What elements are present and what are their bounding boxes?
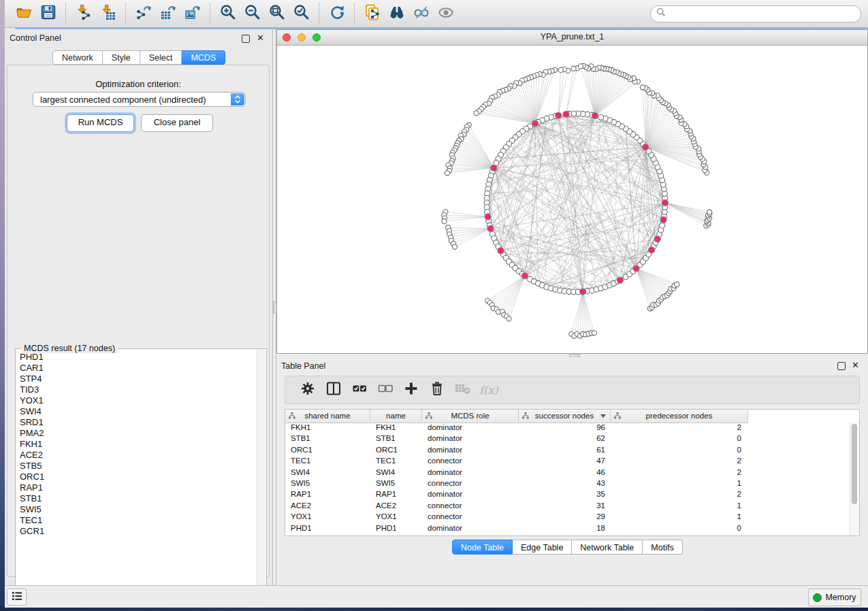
close-icon[interactable]: ✕ xyxy=(852,362,859,369)
open-folder-button[interactable] xyxy=(12,3,36,24)
graph-hub-node[interactable] xyxy=(649,247,655,253)
tab-network-table[interactable]: Network Table xyxy=(572,540,643,555)
zoom-selected-button[interactable] xyxy=(289,3,314,24)
tab-edge-table[interactable]: Edge Table xyxy=(513,540,572,555)
table-row[interactable]: RAP1RAP1dominator352 xyxy=(285,489,851,500)
table-row[interactable]: FKH1FKH1dominator962 xyxy=(285,423,851,433)
graph-hub-node[interactable] xyxy=(633,265,639,271)
graph-hub-node[interactable] xyxy=(592,112,598,118)
column-chooser-button[interactable] xyxy=(321,380,347,400)
graph-hub-node[interactable] xyxy=(556,112,562,118)
graph-node[interactable] xyxy=(598,114,604,120)
graph-node[interactable] xyxy=(474,111,479,116)
hide-selected-button[interactable] xyxy=(409,3,434,24)
table-row[interactable]: YOX1YOX1connector291 xyxy=(285,512,851,523)
import-network-button[interactable] xyxy=(71,3,96,24)
tab-motifs[interactable]: Motifs xyxy=(643,540,682,555)
result-scrollbar[interactable] xyxy=(257,350,266,600)
column-header-shared-name[interactable]: shared name xyxy=(285,410,370,422)
table-row[interactable]: ACE2ACE2connector311 xyxy=(285,501,851,512)
export-table-button[interactable] xyxy=(156,3,180,24)
graph-hub-node[interactable] xyxy=(662,199,668,205)
tab-style[interactable]: Style xyxy=(103,50,140,65)
graph-hub-node[interactable] xyxy=(532,120,539,127)
first-neighbors-button[interactable] xyxy=(385,3,409,24)
graph-node[interactable] xyxy=(445,171,449,176)
tab-node-table[interactable]: Node Table xyxy=(452,540,513,555)
graph-node[interactable] xyxy=(571,66,576,71)
show-panels-button[interactable] xyxy=(7,589,27,606)
float-window-icon[interactable] xyxy=(242,35,250,43)
list-item[interactable]: SRD1 xyxy=(16,417,256,428)
network-window-titlebar[interactable]: YPA_prune.txt_1 xyxy=(277,30,867,46)
column-header-successor-nodes[interactable]: successor nodes xyxy=(519,410,611,422)
table-row[interactable]: SWI4SWI4dominator462 xyxy=(285,467,851,478)
delete-column-button[interactable] xyxy=(424,380,450,400)
tab-select[interactable]: Select xyxy=(140,50,182,65)
zoom-in-button[interactable] xyxy=(216,3,240,24)
list-item[interactable]: RAP1 xyxy=(16,482,256,493)
graph-hub-node[interactable] xyxy=(660,216,666,222)
graph-hub-node[interactable] xyxy=(491,165,497,171)
memory-button[interactable]: Memory xyxy=(808,589,861,606)
scrollbar-thumb[interactable] xyxy=(852,424,857,504)
list-item[interactable]: STB5 xyxy=(16,461,256,472)
export-network-button[interactable] xyxy=(131,3,156,24)
list-item[interactable]: ACE2 xyxy=(16,450,256,461)
graph-node[interactable] xyxy=(507,316,511,321)
table-row[interactable]: ORC1ORC1dominator610 xyxy=(285,445,851,456)
graph-node[interactable] xyxy=(640,85,645,90)
list-item[interactable]: TEC1 xyxy=(16,515,256,526)
search-box[interactable] xyxy=(650,5,861,22)
graph-node[interactable] xyxy=(558,67,563,72)
graph-hub-node[interactable] xyxy=(580,288,586,295)
close-icon[interactable]: ✕ xyxy=(257,35,264,42)
tab-mcds[interactable]: MCDS xyxy=(182,50,225,65)
list-item[interactable]: GCR1 xyxy=(16,526,256,537)
graph-node[interactable] xyxy=(660,222,665,228)
table-row[interactable]: PHD1PHD1dominator180 xyxy=(285,523,851,534)
column-header-MCDS-role[interactable]: MCDS role xyxy=(422,410,519,422)
criterion-dropdown[interactable]: largest connected component (undirected) xyxy=(33,92,246,107)
search-input[interactable] xyxy=(666,8,855,19)
table-scrollbar[interactable] xyxy=(850,423,859,535)
new-network-from-selection-button[interactable] xyxy=(360,3,385,24)
graph-hub-node[interactable] xyxy=(563,111,569,117)
list-item[interactable]: CAR1 xyxy=(16,363,256,374)
graph-hub-node[interactable] xyxy=(521,273,528,279)
graph-node[interactable] xyxy=(592,331,596,335)
graph-hub-node[interactable] xyxy=(498,248,504,254)
list-item[interactable]: STP4 xyxy=(16,374,256,384)
table-row[interactable]: SWI5SWI5connector431 xyxy=(285,478,851,489)
list-item[interactable]: YOX1 xyxy=(16,395,256,406)
graph-node[interactable] xyxy=(452,244,457,249)
tab-network[interactable]: Network xyxy=(52,50,103,65)
graph-hub-node[interactable] xyxy=(485,214,491,220)
show-all-button[interactable] xyxy=(434,3,458,24)
settings-gear-button[interactable] xyxy=(295,380,321,400)
column-header-name[interactable]: name xyxy=(370,410,422,422)
list-item[interactable]: PHD1 xyxy=(16,352,256,363)
select-all-button[interactable] xyxy=(347,380,372,400)
zoom-out-button[interactable] xyxy=(240,3,265,24)
float-window-icon[interactable] xyxy=(837,362,846,370)
column-header-predecessor-nodes[interactable]: predecessor nodes xyxy=(611,410,748,422)
save-button[interactable] xyxy=(36,3,61,24)
graph-node[interactable] xyxy=(707,210,712,214)
zoom-fit-button[interactable] xyxy=(265,3,289,24)
list-item[interactable]: ORC1 xyxy=(16,472,256,482)
table-row[interactable]: STB1STB1dominator620 xyxy=(285,433,851,444)
graph-hub-node[interactable] xyxy=(643,144,649,150)
graph-node[interactable] xyxy=(675,282,679,286)
refresh-button[interactable] xyxy=(325,3,349,24)
close-panel-button[interactable]: Close panel xyxy=(141,114,213,132)
list-item[interactable]: SWI4 xyxy=(16,406,256,417)
list-item[interactable]: STB1 xyxy=(16,493,256,504)
import-table-button[interactable] xyxy=(96,3,120,24)
graph-node[interactable] xyxy=(442,219,447,224)
graph-node[interactable] xyxy=(578,64,583,69)
add-column-button[interactable] xyxy=(398,380,424,400)
list-item[interactable]: SWI5 xyxy=(16,504,256,515)
graph-hub-node[interactable] xyxy=(487,225,494,231)
network-graph-canvas[interactable] xyxy=(277,45,867,353)
